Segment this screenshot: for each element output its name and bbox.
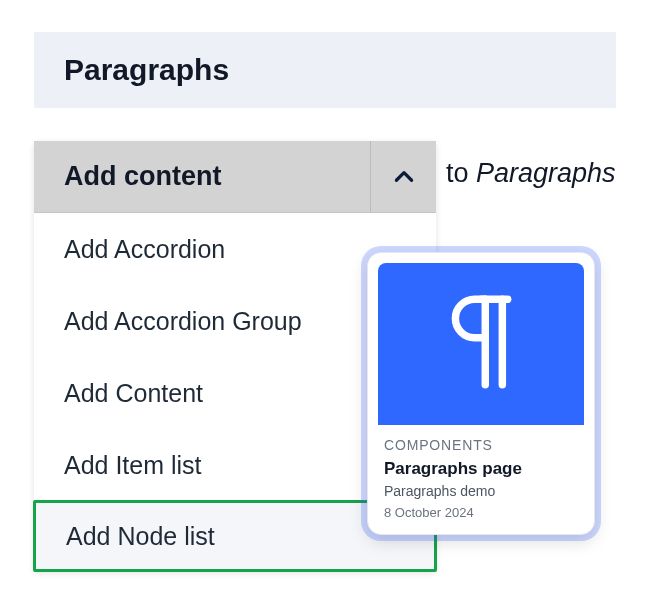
- menu-item-label: Add Content: [64, 379, 203, 408]
- card-eyebrow: COMPONENTS: [384, 437, 578, 453]
- card-date: 8 October 2024: [384, 505, 578, 520]
- menu-item-label: Add Accordion Group: [64, 307, 302, 336]
- inline-target: Paragraphs: [476, 158, 616, 188]
- inline-to: to: [446, 158, 476, 188]
- card-body: COMPONENTS Paragraphs page Paragraphs de…: [378, 425, 584, 524]
- chevron-up-icon[interactable]: [370, 141, 436, 212]
- card-subtitle: Paragraphs demo: [384, 483, 578, 499]
- pilcrow-icon: [445, 294, 517, 394]
- card-banner: [378, 263, 584, 425]
- card-title: Paragraphs page: [384, 459, 578, 479]
- component-preview-card[interactable]: COMPONENTS Paragraphs page Paragraphs de…: [367, 252, 595, 535]
- page-title: Paragraphs: [64, 53, 229, 87]
- menu-item-label: Add Item list: [64, 451, 202, 480]
- dropdown-label: Add content: [34, 141, 370, 212]
- menu-item-label: Add Accordion: [64, 235, 225, 264]
- dropdown-header[interactable]: Add content: [34, 141, 436, 213]
- menu-item-label: Add Node list: [66, 522, 215, 551]
- inline-context-text: to Paragraphs: [446, 158, 616, 189]
- page-banner: Paragraphs: [34, 32, 616, 108]
